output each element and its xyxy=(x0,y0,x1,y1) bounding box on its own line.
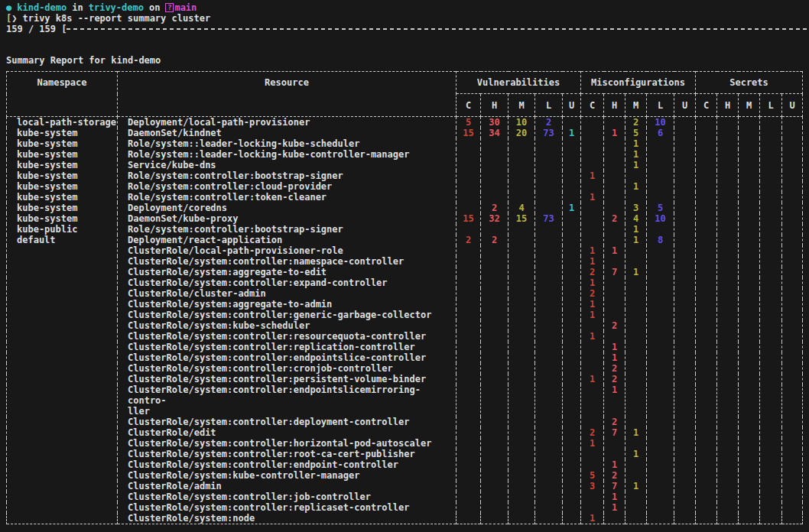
secrets-low-cell xyxy=(760,438,782,449)
vulnerabilities-unknown-cell xyxy=(563,213,581,224)
namespace-cell: kube-system xyxy=(7,213,118,224)
misconfigurations-medium-cell xyxy=(625,491,647,502)
header-sev-m: M xyxy=(508,94,535,117)
vulnerabilities-medium-cell xyxy=(508,181,535,192)
secrets-high-cell xyxy=(717,470,739,481)
misconfigurations-high-cell: 7 xyxy=(604,427,625,438)
secrets-low-cell xyxy=(760,491,782,502)
vulnerabilities-unknown-cell xyxy=(563,470,581,481)
misconfigurations-unknown-cell xyxy=(674,310,696,320)
misconfigurations-critical-cell xyxy=(581,160,604,170)
secrets-unknown-cell xyxy=(782,267,803,277)
misconfigurations-unknown-cell xyxy=(674,299,696,310)
misconfigurations-critical-cell xyxy=(581,213,604,224)
vulnerabilities-unknown-cell xyxy=(563,235,581,245)
table-row: ClusterRole/system:controller:generic-ga… xyxy=(7,310,803,320)
misconfigurations-unknown-cell xyxy=(674,342,696,352)
table-body: local-path-storageDeployment/local-path-… xyxy=(7,117,803,524)
misconfigurations-critical-cell xyxy=(581,203,604,213)
secrets-high-cell xyxy=(717,181,739,192)
table-row: kube-systemRole/system:controller:bootst… xyxy=(7,170,803,181)
namespace-cell xyxy=(7,342,118,352)
namespace-cell: kube-system xyxy=(7,170,118,181)
namespace-cell xyxy=(7,427,118,438)
vulnerabilities-low-cell: 73 xyxy=(535,213,563,224)
vulnerabilities-critical-cell xyxy=(456,481,481,491)
secrets-low-cell xyxy=(760,342,782,352)
misconfigurations-unknown-cell xyxy=(674,491,696,502)
secrets-high-cell xyxy=(717,384,739,417)
misconfigurations-unknown-cell xyxy=(674,277,696,288)
vulnerabilities-unknown-cell xyxy=(563,299,581,310)
misconfigurations-unknown-cell xyxy=(674,513,696,524)
namespace-cell xyxy=(7,374,118,384)
vulnerabilities-medium-cell xyxy=(508,449,535,459)
vulnerabilities-medium-cell xyxy=(508,310,535,320)
header-sev-h: H xyxy=(717,94,739,117)
vulnerabilities-critical-cell xyxy=(456,181,481,192)
vulnerabilities-critical-cell xyxy=(456,491,481,502)
misconfigurations-medium-cell: 1 xyxy=(625,181,647,192)
misconfigurations-high-cell xyxy=(604,288,625,299)
secrets-medium-cell xyxy=(739,203,760,213)
status-dot-icon: ● xyxy=(6,2,11,13)
misconfigurations-high-cell xyxy=(604,149,625,160)
vulnerabilities-high-cell xyxy=(481,363,508,374)
vulnerabilities-medium-cell xyxy=(508,417,535,427)
vulnerabilities-high-cell xyxy=(481,149,508,160)
vulnerabilities-critical-cell: 2 xyxy=(456,235,481,245)
table-row: ClusterRole/system:controller:cronjob-co… xyxy=(7,363,803,374)
vulnerabilities-low-cell xyxy=(535,277,563,288)
resource-cell: Role/system:controller:token-cleaner xyxy=(118,192,456,203)
secrets-critical-cell xyxy=(696,491,717,502)
vulnerabilities-high-cell xyxy=(481,160,508,170)
vulnerabilities-low-cell xyxy=(535,310,563,320)
vulnerabilities-medium-cell xyxy=(508,502,535,513)
misconfigurations-critical-cell: 2 xyxy=(581,427,604,438)
secrets-high-cell xyxy=(717,363,739,374)
misconfigurations-critical-cell xyxy=(581,502,604,513)
secrets-high-cell xyxy=(717,192,739,203)
vulnerabilities-unknown-cell xyxy=(563,277,581,288)
secrets-high-cell xyxy=(717,513,739,524)
misconfigurations-high-cell xyxy=(604,181,625,192)
vulnerabilities-unknown-cell xyxy=(563,417,581,427)
secrets-medium-cell xyxy=(739,342,760,352)
misconfigurations-low-cell xyxy=(647,449,674,459)
resource-cell: ClusterRole/system:kube-scheduler xyxy=(118,320,456,331)
misconfigurations-unknown-cell xyxy=(674,224,696,235)
secrets-high-cell xyxy=(717,267,739,277)
namespace-cell xyxy=(7,320,118,331)
misconfigurations-low-cell xyxy=(647,352,674,363)
misconfigurations-unknown-cell xyxy=(674,192,696,203)
vulnerabilities-high-cell xyxy=(481,342,508,352)
misconfigurations-critical-cell: 1 xyxy=(581,299,604,310)
vulnerabilities-unknown-cell xyxy=(563,267,581,277)
misconfigurations-unknown-cell xyxy=(674,384,696,417)
vulnerabilities-high-cell: 34 xyxy=(481,128,508,138)
secrets-critical-cell xyxy=(696,352,717,363)
vulnerabilities-medium-cell xyxy=(508,138,535,149)
misconfigurations-critical-cell xyxy=(581,117,604,128)
secrets-medium-cell xyxy=(739,374,760,384)
misconfigurations-critical-cell: 1 xyxy=(581,331,604,342)
misconfigurations-medium-cell: 1 xyxy=(625,235,647,245)
secrets-unknown-cell xyxy=(782,320,803,331)
vulnerabilities-critical-cell xyxy=(456,513,481,524)
misconfigurations-high-cell xyxy=(604,310,625,320)
secrets-medium-cell xyxy=(739,459,760,470)
secrets-low-cell xyxy=(760,299,782,310)
misconfigurations-critical-cell xyxy=(581,459,604,470)
misconfigurations-unknown-cell xyxy=(674,363,696,374)
secrets-critical-cell xyxy=(696,459,717,470)
vulnerabilities-critical-cell xyxy=(456,427,481,438)
misconfigurations-unknown-cell xyxy=(674,128,696,138)
secrets-low-cell xyxy=(760,481,782,491)
vulnerabilities-medium-cell xyxy=(508,427,535,438)
misconfigurations-unknown-cell xyxy=(674,502,696,513)
misconfigurations-high-cell xyxy=(604,170,625,181)
secrets-high-cell xyxy=(717,481,739,491)
vulnerabilities-low-cell xyxy=(535,256,563,267)
misconfigurations-medium-cell: 5 xyxy=(625,128,647,138)
resource-cell: Role/system:controller:cloud-provider xyxy=(118,181,456,192)
